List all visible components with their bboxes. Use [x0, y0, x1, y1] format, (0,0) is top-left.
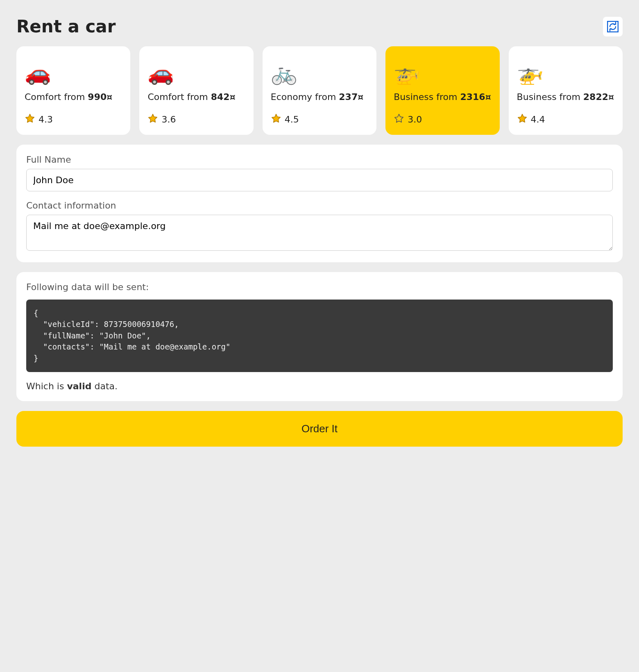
vehicle-card-4[interactable]: 🚁Business from 2822¤4.4	[509, 46, 623, 135]
rating-value: 4.4	[531, 114, 545, 125]
card-text: Business from 2822¤	[517, 91, 614, 103]
rating: 3.6	[147, 113, 245, 126]
from-label: from	[560, 92, 580, 102]
from-label: from	[315, 92, 336, 102]
rating-value: 4.5	[285, 114, 299, 125]
card-text: Economy from 237¤	[271, 91, 368, 103]
card-text: Comfort from 990¤	[25, 91, 122, 103]
rating: 4.3	[25, 113, 122, 126]
summary-intro: Following data will be sent:	[26, 282, 613, 292]
rating-value: 3.0	[408, 114, 422, 125]
vehicle-icon: 🚗	[25, 54, 122, 91]
vehicle-icon: 🚗	[147, 54, 245, 91]
vehicle-card-1[interactable]: 🚗Comfort from 842¤3.6	[139, 46, 253, 135]
price-label: 842¤	[211, 92, 236, 102]
price-label: 2316¤	[460, 92, 491, 102]
summary-json: { "vehicleId": 873750006910476, "fullNam…	[26, 300, 613, 372]
page-title: Rent a car	[16, 16, 116, 36]
vehicle-cards: 🚗Comfort from 990¤4.3🚗Comfort from 842¤3…	[16, 46, 623, 135]
order-button[interactable]: Order It	[16, 411, 623, 447]
vehicle-card-0[interactable]: 🚗Comfort from 990¤4.3	[16, 46, 130, 135]
star-icon	[271, 113, 281, 126]
validity-prefix: Which is	[26, 381, 67, 391]
from-label: from	[187, 92, 208, 102]
price-label: 990¤	[88, 92, 112, 102]
vehicle-icon: 🚲	[271, 54, 368, 91]
vehicle-icon: 🚁	[517, 54, 614, 91]
contact-label: Contact information	[26, 200, 613, 211]
full-name-label: Full Name	[26, 154, 613, 165]
star-icon	[394, 113, 404, 126]
svg-rect-0	[607, 21, 618, 32]
card-text: Business from 2316¤	[394, 91, 491, 103]
rating: 4.5	[271, 113, 368, 126]
validity-suffix: data.	[91, 381, 118, 391]
rating-value: 4.3	[39, 114, 53, 125]
contact-textarea[interactable]: Mail me at doe@example.org	[26, 215, 613, 251]
rating-value: 3.6	[161, 114, 176, 125]
validity-word: valid	[67, 381, 91, 391]
price-label: 237¤	[339, 92, 363, 102]
rating: 3.0	[394, 113, 491, 126]
rating: 4.4	[517, 113, 614, 126]
card-text: Comfort from 842¤	[147, 91, 245, 103]
star-icon	[25, 113, 35, 126]
tier-label: Economy	[271, 92, 312, 102]
vehicle-icon: 🚁	[394, 54, 491, 91]
form-panel: Full Name Contact information Mail me at…	[16, 145, 623, 262]
tier-label: Comfort	[25, 92, 61, 102]
summary-panel: Following data will be sent: { "vehicleI…	[16, 272, 623, 402]
star-icon	[147, 113, 158, 126]
validity-text: Which is valid data.	[26, 381, 613, 391]
full-name-input[interactable]	[26, 169, 613, 191]
from-label: from	[64, 92, 85, 102]
tier-label: Business	[394, 92, 433, 102]
tier-label: Business	[517, 92, 557, 102]
refresh-icon	[607, 21, 619, 32]
tier-label: Comfort	[147, 92, 184, 102]
price-label: 2822¤	[583, 92, 614, 102]
vehicle-card-3[interactable]: 🚁Business from 2316¤3.0	[385, 46, 499, 135]
vehicle-card-2[interactable]: 🚲Economy from 237¤4.5	[263, 46, 376, 135]
refresh-button[interactable]	[603, 17, 623, 36]
star-icon	[517, 113, 528, 126]
from-label: from	[436, 92, 457, 102]
